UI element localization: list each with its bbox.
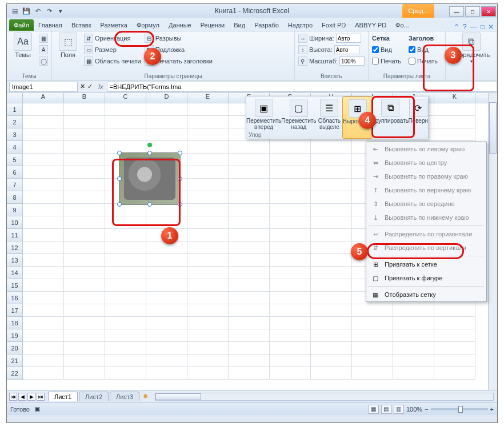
cell[interactable] [270,317,311,329]
row-header[interactable]: 17 [7,304,23,317]
cell[interactable] [64,128,105,141]
cell[interactable] [393,342,434,355]
cell[interactable] [434,128,475,141]
row-header[interactable]: 14 [7,267,23,279]
cell[interactable] [311,342,352,355]
macro-record-icon[interactable]: ▣ [34,405,40,413]
save-icon[interactable]: 💾 [22,6,31,15]
cell[interactable] [311,229,352,241]
theme-colors[interactable]: ▦ [39,33,48,44]
row-header[interactable]: 7 [7,179,23,191]
cell[interactable] [64,204,105,216]
cell[interactable] [311,329,352,342]
head-view-check[interactable] [409,46,415,53]
cell[interactable] [270,166,311,179]
tab-insert[interactable]: Вставк [67,19,96,31]
cell[interactable] [229,304,270,317]
cell[interactable] [105,204,146,216]
workbook-close-icon[interactable]: ✕ [488,23,494,31]
cell[interactable] [311,191,352,204]
cell[interactable] [23,329,64,342]
breaks-button[interactable]: ⊟Разрывы [145,33,213,44]
cell[interactable] [187,116,229,128]
cell[interactable] [105,229,146,241]
cell[interactable] [64,329,105,342]
cell[interactable] [229,267,270,279]
fx-icon[interactable]: fx [95,83,107,90]
tab-addins[interactable]: Надстро [283,19,317,31]
cell[interactable] [270,355,311,367]
tab-pagelayout[interactable]: Разметка [95,19,132,31]
cell[interactable] [105,141,146,154]
cell[interactable] [187,367,229,380]
horizontal-scrollbar[interactable] [155,393,494,401]
cell[interactable] [23,166,64,179]
cell[interactable] [270,267,311,279]
margins-button[interactable]: ⬚ Поля [55,33,81,73]
embedded-image-object[interactable] [119,152,181,205]
cell[interactable] [270,191,311,204]
cell[interactable] [146,116,187,128]
group-button[interactable]: ⧉Группировать [373,96,408,139]
cell[interactable] [229,317,270,329]
cell[interactable] [270,367,311,380]
cell[interactable] [229,342,270,355]
cell[interactable] [23,154,64,166]
cell[interactable] [146,317,187,329]
cell[interactable] [23,267,64,279]
grid-print-check[interactable] [372,58,379,65]
cell[interactable] [270,179,311,191]
tab-file[interactable]: Файл [9,19,34,31]
cell[interactable] [146,292,187,304]
cell[interactable] [352,329,393,342]
cell[interactable] [23,355,64,367]
cell[interactable] [270,141,311,154]
cell[interactable] [229,204,270,216]
cell[interactable] [229,292,270,304]
cell[interactable] [270,229,311,241]
print-area-button[interactable]: ▦Область печати [84,55,141,67]
head-print-check[interactable] [409,58,415,65]
row-header[interactable]: 1 [7,103,23,116]
tab-data[interactable]: Данные [164,19,196,31]
context-tab-tools[interactable]: Сред... [402,4,434,18]
cell[interactable] [64,141,105,154]
cell[interactable] [311,304,352,317]
tab-foxit[interactable]: Foxit PD [317,19,350,31]
cell[interactable] [229,179,270,191]
cell[interactable] [64,355,105,367]
cell[interactable] [64,267,105,279]
cell[interactable] [187,329,229,342]
cell[interactable] [311,279,352,292]
qat-more-icon[interactable]: ▾ [56,6,65,15]
cell[interactable] [146,279,187,292]
cell[interactable] [393,317,434,329]
snap-to-shape-item[interactable]: ▢Привязать к фигуре [366,271,486,285]
row-header[interactable]: 10 [7,216,23,229]
cell[interactable] [105,342,146,355]
cell[interactable] [23,141,64,154]
cell[interactable] [64,367,105,380]
cell[interactable] [393,304,434,317]
row-header[interactable]: 2 [7,116,23,128]
cell[interactable] [311,254,352,267]
cell[interactable] [23,317,64,329]
row-header[interactable]: 21 [7,355,23,367]
cell[interactable] [352,367,393,380]
cell[interactable] [311,355,352,367]
row-header[interactable]: 5 [7,154,23,166]
cell[interactable] [311,367,352,380]
col-header[interactable]: B [64,93,105,103]
cell[interactable] [434,355,475,367]
cell[interactable] [64,304,105,317]
cell[interactable] [146,367,187,380]
sheet-tab[interactable]: Лист3 [110,392,139,401]
col-header[interactable]: C [105,93,146,103]
cell[interactable] [187,216,229,229]
theme-effects[interactable]: ◯ [39,55,48,67]
zoom-in-icon[interactable]: + [490,406,494,413]
cell[interactable] [187,355,229,367]
cell[interactable] [146,254,187,267]
cell[interactable] [270,342,311,355]
selection-pane-button[interactable]: ☰Область выделе [317,96,343,139]
